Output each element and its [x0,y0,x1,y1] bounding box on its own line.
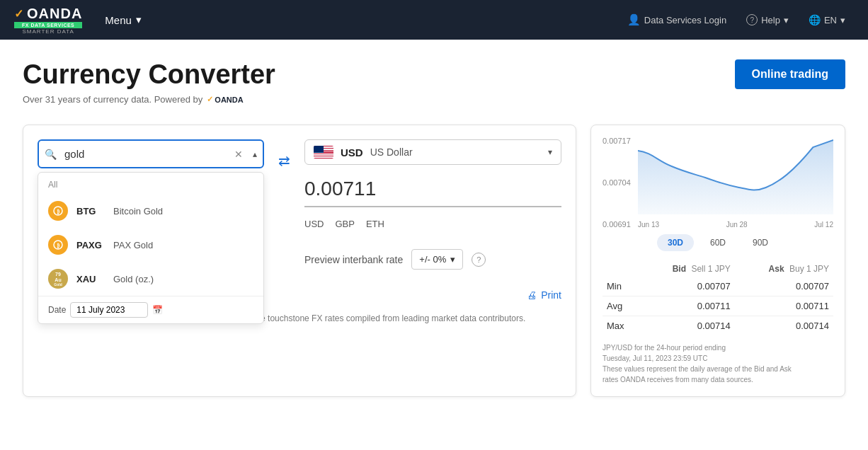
globe-icon: 🌐 [809,14,821,25]
online-trading-button[interactable]: Online trading [735,59,845,89]
preview-row: Preview interbank rate +/- 0% ▾ ? [304,249,561,270]
logo-oanda: ✓ OANDA [14,6,82,22]
currency-tab-usd[interactable]: USD [304,219,324,231]
dropdown-date-row: Date 📅 [38,296,263,323]
x-label-1: Jun 13 [638,221,659,229]
language-button[interactable]: 🌐 EN ▾ [800,8,854,31]
small-oanda-name: OANDA [215,96,243,104]
th-ask: Ask Buy 1 JPY [735,261,833,277]
currency-code: USD [341,146,363,158]
chart-note-line2: Tuesday, Jul 11, 2023 23:59 UTC [603,353,833,364]
nav-right: 👤 Data Services Login ? Help ▾ 🌐 EN ▾ [619,8,854,32]
page-title: Currency Converter [23,59,275,90]
logo-tagline: SMARTER DATA [23,28,74,35]
svg-text:₿: ₿ [57,209,59,214]
paxg-name: PAX Gold [113,240,153,250]
svg-text:₿: ₿ [57,243,59,248]
xau-coin-icon: 79 Au Gold [48,269,68,289]
search-input[interactable] [38,139,264,168]
dropdown-item-xau[interactable]: 79 Au Gold XAU Gold (oz.) [38,262,263,296]
print-icon: 🖨 [527,289,537,301]
search-row: 🔍 ✕ ▴ All ₿ BTG Bitcoin Gold [38,139,561,270]
login-label: Data Services Login [644,15,726,25]
currency-tab-gbp[interactable]: GBP [335,219,354,231]
preview-help-icon[interactable]: ? [472,253,486,267]
converter-card: 🔍 ✕ ▴ All ₿ BTG Bitcoin Gold [23,125,576,397]
btg-name: Bitcoin Gold [113,206,163,217]
stats-table-body: Min 0.00707 0.00707 Avg 0.00711 0.00711 … [603,277,833,335]
dropdown-item-paxg[interactable]: ₿ PAXG PAX Gold [38,228,263,262]
language-label: EN [824,15,837,25]
row-ask-min: 0.00707 [735,277,833,296]
currency-tab-eth[interactable]: ETH [366,219,384,231]
period-tab-60d[interactable]: 60D [699,234,736,251]
logo-subtitle: FX DATA SERVICES [14,22,82,28]
menu-chevron-icon: ▾ [136,13,142,26]
btg-code: BTG [76,206,105,217]
subtitle-row: Over 31 years of currency data. Powered … [23,94,275,105]
search-box: 🔍 ✕ ▴ All ₿ BTG Bitcoin Gold [38,139,264,168]
row-bid-min: 0.00707 [639,277,734,296]
title-row: Currency Converter Over 31 years of curr… [23,59,845,122]
search-dropdown: All ₿ BTG Bitcoin Gold ₿ [38,172,264,324]
title-section: Currency Converter Over 31 years of curr… [23,59,275,122]
xau-name: Gold (oz.) [113,274,154,284]
chart-period-tabs: 30D 60D 90D [603,234,833,251]
row-ask-max: 0.00714 [735,316,833,336]
date-input[interactable] [70,302,148,318]
paxg-code: PAXG [76,240,105,250]
preview-chevron-icon: ▾ [450,254,455,265]
row-bid-avg: 0.00711 [639,296,734,316]
logo-name: OANDA [27,6,82,22]
chart-note-line1: JPY/USD for the 24-hour period ending [603,342,833,353]
preview-value: +/- 0% [419,254,446,265]
y-label-bot: 0.00691 [603,220,635,229]
row-ask-avg: 0.00711 [735,296,833,316]
th-bid: Bid Sell 1 JPY [639,261,734,277]
print-button[interactable]: 🖨 Print [527,289,561,301]
help-button[interactable]: ? Help ▾ [738,8,797,31]
chart-area: 0.00717 0.00704 0.00691 [603,137,833,229]
table-row-max: Max 0.00714 0.00714 [603,316,833,336]
help-label: Help [761,15,780,25]
oanda-logo-small: ✓ OANDA [207,95,243,104]
swap-button[interactable]: ⇄ [278,145,290,169]
y-label-mid: 0.00704 [603,178,635,187]
chart-svg-area [638,137,833,214]
currency-name: US Dollar [370,146,541,158]
chart-note-line3: These values represent the daily average… [603,364,833,374]
period-tab-30d[interactable]: 30D [657,234,694,251]
row-label-min: Min [603,277,639,296]
dropdown-item-btg[interactable]: ₿ BTG Bitcoin Gold [38,194,263,228]
logo-check-icon: ✓ [14,7,24,21]
result-value: 0.00711 [304,178,561,200]
help-circle-icon: ? [746,14,758,25]
currency-tabs: USD GBP ETH [304,219,561,231]
dropdown-section-label: All [38,173,263,194]
date-label: Date [48,305,66,315]
table-row-min: Min 0.00707 0.00707 [603,277,833,296]
row-label-avg: Avg [603,296,639,316]
print-label: Print [541,289,561,301]
search-clear-button[interactable]: ✕ [234,149,243,160]
x-axis-labels: Jun 13 Jun 28 Jul 12 [638,221,833,229]
y-axis-labels: 0.00717 0.00704 0.00691 [603,137,635,229]
currency-select-dropdown[interactable]: USD US Dollar ▾ [304,139,561,165]
logo-area: ✓ OANDA FX DATA SERVICES SMARTER DATA [14,6,82,35]
preview-interbank-select[interactable]: +/- 0% ▾ [411,249,463,270]
stats-table-header: Bid Sell 1 JPY Ask Buy 1 JPY [603,261,833,277]
to-currency-section: USD US Dollar ▾ 0.00711 USD GBP ETH Prev… [304,139,561,270]
period-tab-90d[interactable]: 90D [742,234,779,251]
xau-code: XAU [76,274,105,284]
preview-label: Preview interbank rate [304,254,403,265]
navbar: ✓ OANDA FX DATA SERVICES SMARTER DATA Me… [0,0,868,40]
menu-label: Menu [105,14,132,26]
menu-button[interactable]: Menu ▾ [96,8,150,32]
x-label-2: Jun 28 [726,221,748,229]
row-label-max: Max [603,316,639,336]
chart-note-line4: rates OANDA receives from many data sour… [603,374,833,385]
swap-arrows-icon: ⇄ [278,152,290,169]
data-services-login-button[interactable]: 👤 Data Services Login [619,8,735,32]
usd-flag-icon [314,146,333,158]
chart-note: JPY/USD for the 24-hour period ending Tu… [603,342,833,385]
